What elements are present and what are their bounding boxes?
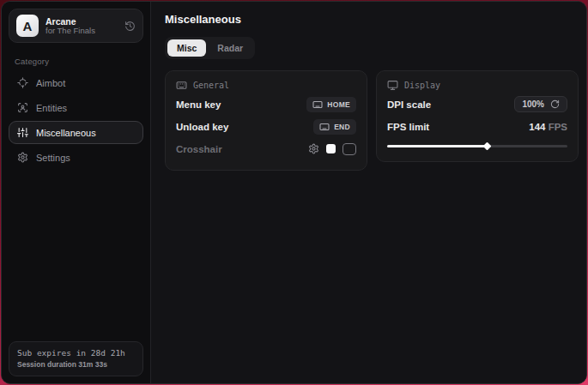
app-subtitle: for The Finals <box>45 27 118 36</box>
menu-key-label: Menu key <box>176 99 221 110</box>
app-logo: A <box>16 15 39 37</box>
sidebar: A Arcane for The Finals Category Aimbot <box>2 2 151 383</box>
menu-key-bind-button[interactable]: HOME <box>306 97 356 112</box>
unload-key-value: END <box>334 123 350 131</box>
menu-key-row: Menu key HOME <box>176 94 356 114</box>
fps-limit-slider[interactable] <box>387 141 567 150</box>
category-label: Category <box>15 57 143 66</box>
keyboard-icon <box>176 80 187 91</box>
menu-key-value: HOME <box>327 100 350 109</box>
sub-expiry-text: Sub expires in 28d 21h <box>17 348 135 358</box>
sidebar-spacer <box>9 169 143 341</box>
session-duration-text: Session duration 31m 33s <box>17 360 135 369</box>
brand-text: Arcane for The Finals <box>45 16 118 36</box>
general-card-title: General <box>193 81 229 90</box>
dpi-scale-value: 100% <box>522 99 544 109</box>
dpi-scale-label: DPI scale <box>387 99 431 110</box>
sidebar-item-miscellaneous[interactable]: Miscellaneous <box>9 121 143 144</box>
page-title: Miscellaneous <box>165 13 579 26</box>
keyboard-icon <box>319 122 330 132</box>
main-content: Miscellaneous Misc Radar General Menu ke… <box>151 2 587 383</box>
crosshair-settings-icon[interactable] <box>308 143 319 154</box>
app-window: A Arcane for The Finals Category Aimbot <box>1 1 587 384</box>
dpi-scale-control[interactable]: 100% <box>514 96 567 112</box>
crosshair-label: Crosshair <box>176 144 222 154</box>
sidebar-item-label: Aimbot <box>36 78 65 88</box>
sidebar-item-label: Entities <box>36 103 67 113</box>
fps-unit: FPS <box>549 122 567 132</box>
scan-user-icon <box>17 102 28 113</box>
tab-misc[interactable]: Misc <box>167 39 206 57</box>
sidebar-nav: Aimbot Entities Miscellaneous Settings <box>9 71 143 169</box>
history-icon[interactable] <box>124 21 136 32</box>
unload-key-label: Unload key <box>176 122 228 132</box>
reset-icon[interactable] <box>550 99 560 109</box>
sidebar-item-entities[interactable]: Entities <box>9 96 143 119</box>
cards-row: General Menu key HOME Unload key <box>165 70 579 171</box>
crosshair-color-swatch[interactable] <box>326 144 336 153</box>
unload-key-bind-button[interactable]: END <box>313 119 356 135</box>
tab-radar[interactable]: Radar <box>208 39 252 57</box>
subscription-info: Sub expires in 28d 21h Session duration … <box>9 341 143 376</box>
sidebar-item-aimbot[interactable]: Aimbot <box>9 71 143 94</box>
fps-number: 144 <box>529 122 545 132</box>
dpi-scale-row: DPI scale 100% <box>387 94 567 114</box>
sidebar-item-settings[interactable]: Settings <box>9 146 143 169</box>
gear-icon <box>17 152 28 163</box>
crosshair-icon <box>17 77 28 88</box>
general-card: General Menu key HOME Unload key <box>165 70 367 171</box>
brand-card: A Arcane for The Finals <box>9 9 143 43</box>
tab-bar: Misc Radar <box>165 37 255 59</box>
monitor-icon <box>387 80 398 91</box>
display-card: Display DPI scale 100% FPS limit 144 <box>376 70 579 162</box>
sliders-icon <box>17 127 28 138</box>
sidebar-item-label: Settings <box>36 153 70 163</box>
fps-limit-row: FPS limit 144 FPS <box>387 117 567 136</box>
display-card-title: Display <box>404 81 440 90</box>
unload-key-row: Unload key END <box>176 117 356 136</box>
fps-slider-thumb[interactable] <box>482 141 491 150</box>
fps-limit-value: 144 FPS <box>529 122 567 132</box>
fps-limit-label: FPS limit <box>387 122 429 132</box>
crosshair-row: Crosshair <box>176 139 356 159</box>
keyboard-icon <box>312 99 323 110</box>
crosshair-preview-box[interactable] <box>342 143 356 155</box>
crosshair-controls <box>308 143 356 155</box>
display-card-header: Display <box>387 80 567 91</box>
fps-slider-fill <box>387 145 487 147</box>
app-name: Arcane <box>45 16 118 27</box>
sidebar-item-label: Miscellaneous <box>36 128 96 138</box>
general-card-header: General <box>176 80 356 91</box>
